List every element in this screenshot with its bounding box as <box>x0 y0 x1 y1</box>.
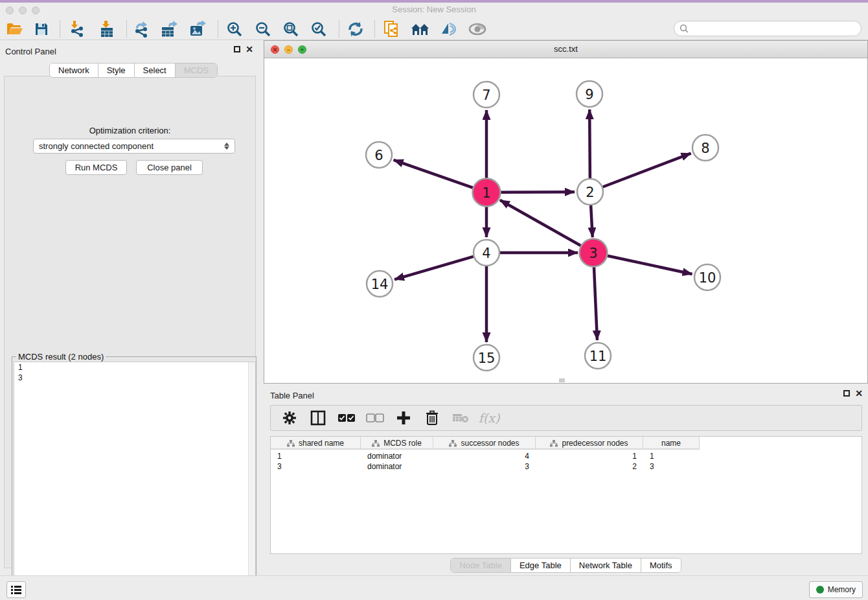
toggle-panes-icon[interactable] <box>308 409 328 427</box>
close-table-panel-icon[interactable]: ✕ <box>855 390 863 397</box>
close-panel-icon[interactable]: ✕ <box>246 46 253 52</box>
tab-select[interactable]: Select <box>135 63 176 77</box>
graph-node-label: 6 <box>374 148 383 163</box>
column-tree-icon <box>449 440 457 447</box>
run-mcds-button[interactable]: Run MCDS <box>65 160 127 175</box>
fx-label: f(x) <box>479 411 500 425</box>
column-header-shared-name[interactable]: shared name <box>271 437 361 450</box>
result-scrollbar[interactable] <box>248 362 255 600</box>
network-close-button[interactable]: ✕ <box>271 45 279 54</box>
graph-node-label: 4 <box>482 246 490 261</box>
float-panel-icon[interactable] <box>234 46 240 52</box>
duplicate-network-icon[interactable] <box>381 20 403 38</box>
tab-mcds[interactable]: MCDS <box>176 63 217 77</box>
graph-edge-1-2[interactable] <box>500 192 575 192</box>
graph-edge-1-6[interactable] <box>394 160 474 188</box>
add-column-icon[interactable] <box>394 409 413 427</box>
network-window-titlebar[interactable]: scc.txt ✕ − + <box>264 41 867 58</box>
tab-edge-table[interactable]: Edge Table <box>511 559 571 572</box>
network-minimize-button[interactable]: − <box>284 45 293 54</box>
status-bar: Memory <box>0 575 868 600</box>
graph-node-label: 10 <box>699 270 716 286</box>
nested-networks-icon[interactable] <box>409 20 431 38</box>
export-image-icon[interactable] <box>187 20 209 38</box>
cell-mcds_role[interactable]: dominator <box>361 461 433 472</box>
cell-shared_name[interactable]: 3 <box>271 461 361 472</box>
dropdown-stepper-icon <box>224 143 229 150</box>
node-table[interactable]: shared nameMCDS rolesuccessor nodesprede… <box>270 436 862 554</box>
graph-edge-3-1[interactable] <box>500 200 582 246</box>
zoom-out-icon[interactable] <box>252 20 274 38</box>
table-row[interactable]: 3dominator323 <box>271 461 700 472</box>
column-header-name[interactable]: name <box>643 437 700 450</box>
graph-edge-4-14[interactable] <box>394 257 474 279</box>
table-toolbar: f(x) <box>270 405 862 431</box>
export-network-icon[interactable] <box>131 20 153 38</box>
tab-motifs[interactable]: Motifs <box>641 559 681 572</box>
graph-node-label: 15 <box>478 351 496 366</box>
search-input[interactable] <box>692 24 861 33</box>
cell-name[interactable]: 1 <box>643 451 700 461</box>
graph-edge-3-10[interactable] <box>607 255 692 274</box>
network-graph[interactable]: 1234678910111415 <box>264 58 867 383</box>
mcds-panel: Optimization criterion: strongly connect… <box>4 76 256 568</box>
settings-gear-icon[interactable] <box>280 409 299 427</box>
canvas-resize-handle[interactable] <box>559 378 565 382</box>
table-panel: Table Panel ✕ f(x) shared nameMCDS ro <box>264 386 868 575</box>
delete-column-icon[interactable] <box>422 409 442 427</box>
column-header-predecessor-nodes[interactable]: predecessor nodes <box>536 437 643 450</box>
column-header-successor-nodes[interactable]: successor nodes <box>433 437 536 450</box>
tab-node-table[interactable]: Node Table <box>451 559 511 572</box>
column-tree-icon <box>550 440 558 447</box>
graph-node-label: 14 <box>371 277 389 292</box>
cell-predecessor_nodes[interactable]: 2 <box>536 461 643 472</box>
task-history-button[interactable] <box>6 581 26 598</box>
graph-edge-3-11[interactable] <box>594 266 597 340</box>
memory-label: Memory <box>828 585 856 594</box>
hide-graphics-details-icon[interactable] <box>437 20 459 38</box>
import-network-icon[interactable] <box>65 20 87 38</box>
close-panel-button[interactable]: Close panel <box>136 160 203 175</box>
graph-node-label: 9 <box>585 87 593 102</box>
zoom-selected-icon[interactable] <box>308 20 330 38</box>
graph-edge-2-3[interactable] <box>591 205 593 237</box>
toolbar-separator <box>218 20 218 38</box>
tab-style[interactable]: Style <box>98 63 135 77</box>
function-builder-icon: f(x) <box>479 409 499 427</box>
cell-predecessor_nodes[interactable]: 1 <box>536 451 643 461</box>
open-session-icon[interactable] <box>4 20 26 38</box>
zoom-fit-icon[interactable] <box>280 20 302 38</box>
titlebar: Session: New Session <box>0 3 868 17</box>
memory-button[interactable]: Memory <box>809 581 863 598</box>
search-field[interactable] <box>674 21 862 36</box>
column-tree-icon <box>372 440 380 447</box>
float-table-panel-icon[interactable] <box>843 390 850 397</box>
tab-network-table[interactable]: Network Table <box>571 559 641 572</box>
tab-network[interactable]: Network <box>50 63 98 77</box>
toolbar-separator <box>339 20 339 38</box>
cell-name[interactable]: 3 <box>643 461 700 472</box>
delete-table-icon <box>451 409 470 427</box>
cell-shared_name[interactable]: 1 <box>271 451 361 461</box>
graph-edge-2-9[interactable] <box>589 110 590 178</box>
cell-mcds_role[interactable]: dominator <box>361 451 433 461</box>
select-all-checkboxes-icon[interactable] <box>337 409 356 427</box>
cell-successor_nodes[interactable]: 4 <box>433 451 536 461</box>
birds-eye-view-icon[interactable] <box>466 20 488 38</box>
table-header-row: shared nameMCDS rolesuccessor nodesprede… <box>271 437 700 450</box>
export-table-icon[interactable] <box>158 20 180 38</box>
refresh-icon[interactable] <box>345 20 367 38</box>
graph-node-label: 7 <box>482 87 490 103</box>
network-canvas[interactable]: 1234678910111415 <box>264 58 867 383</box>
import-table-icon[interactable] <box>96 20 118 38</box>
criterion-dropdown[interactable]: strongly connected component <box>33 139 235 154</box>
column-header-MCDS-role[interactable]: MCDS role <box>361 437 433 450</box>
network-zoom-button[interactable]: + <box>298 45 306 54</box>
graph-edge-2-8[interactable] <box>603 154 691 187</box>
mcds-result-list[interactable]: 1 3 <box>14 362 256 600</box>
cell-successor_nodes[interactable]: 3 <box>433 461 536 472</box>
deselect-all-checkboxes-icon[interactable] <box>365 409 385 427</box>
table-row[interactable]: 1dominator411 <box>271 451 700 461</box>
zoom-in-icon[interactable] <box>223 20 246 38</box>
save-session-icon[interactable] <box>30 20 52 38</box>
